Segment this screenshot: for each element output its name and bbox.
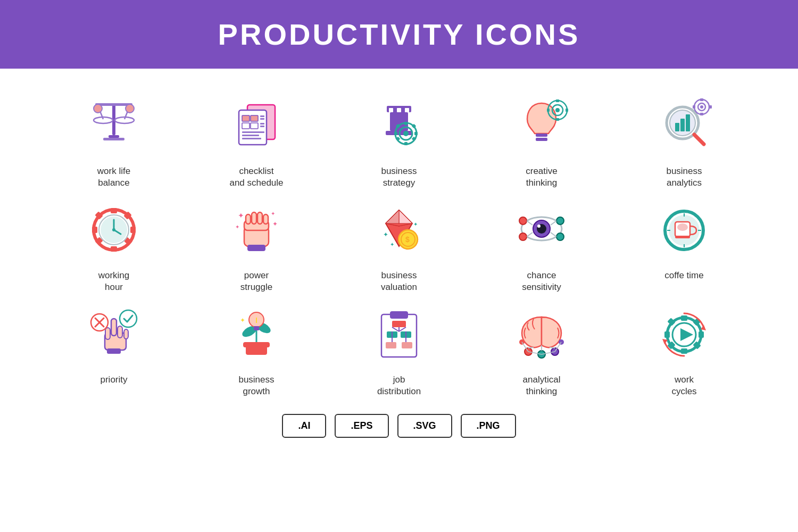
svg-rect-34 (394, 132, 397, 135)
icon-item-business-analytics: businessanalytics (613, 90, 755, 189)
format-svg-button[interactable]: .SVG (397, 414, 452, 438)
icon-item-working-hour: workinghour (43, 194, 185, 293)
svg-rect-134 (254, 326, 259, 328)
svg-rect-46 (556, 118, 559, 121)
icon-item-checklist: checklistand schedule (185, 90, 328, 189)
svg-marker-172 (680, 328, 693, 341)
icon-creative-thinking (507, 90, 576, 159)
label-analytical-thinking: analyticalthinking (523, 374, 561, 397)
svg-line-155 (528, 347, 534, 348)
svg-point-127 (120, 310, 137, 327)
svg-rect-59 (700, 113, 703, 115)
svg-rect-79 (252, 212, 256, 224)
svg-line-108 (551, 232, 556, 237)
icon-business-growth: ✦ (222, 298, 291, 368)
icon-item-business-growth: ✦ businessgrowth (185, 298, 328, 397)
svg-rect-52 (675, 123, 679, 131)
label-job-distribution: jobdistribution (377, 374, 421, 397)
svg-rect-164 (681, 315, 687, 321)
page-header: PRODUCTIVITY ICONS (0, 0, 798, 69)
svg-rect-65 (92, 227, 97, 233)
icon-item-business-valuation: $ ✦ ✦ ✦ businessvaluation (328, 194, 470, 293)
svg-rect-119 (111, 319, 117, 336)
format-eps-button[interactable]: .EPS (335, 414, 388, 438)
svg-rect-146 (386, 342, 396, 348)
icon-checklist (222, 90, 291, 159)
icon-priority (79, 298, 148, 368)
svg-rect-16 (260, 115, 264, 117)
svg-rect-165 (681, 348, 687, 354)
svg-rect-12 (242, 115, 250, 121)
svg-point-75 (112, 228, 115, 231)
icon-power-struggle: ✦ ✦ ✦ ✦ (222, 194, 291, 263)
icon-item-business-strategy: businessstrategy (328, 90, 470, 189)
svg-rect-26 (405, 108, 409, 112)
icon-business-valuation: $ ✦ ✦ ✦ (364, 194, 434, 263)
svg-line-157 (550, 347, 555, 348)
icon-work-life-balance (79, 90, 148, 159)
svg-point-101 (519, 217, 527, 225)
icon-job-distribution (364, 298, 434, 368)
svg-text:✦: ✦ (383, 231, 388, 238)
svg-rect-32 (404, 122, 408, 125)
svg-rect-121 (105, 328, 110, 339)
svg-text:✦: ✦ (235, 224, 239, 230)
svg-rect-19 (260, 126, 264, 127)
svg-rect-63 (111, 208, 117, 213)
label-business-analytics: businessanalytics (666, 165, 702, 189)
svg-text:✦: ✦ (238, 211, 244, 220)
icon-item-work-life-balance: work lifebalance (43, 90, 185, 189)
svg-line-51 (694, 135, 704, 144)
svg-text:✦: ✦ (413, 221, 418, 227)
label-work-cycles: workcycles (671, 374, 696, 397)
svg-point-4 (94, 104, 102, 113)
svg-rect-18 (260, 123, 264, 124)
label-priority: priority (100, 374, 127, 386)
icon-coffe-time (650, 194, 719, 263)
format-png-button[interactable]: .PNG (461, 414, 516, 438)
svg-rect-48 (566, 109, 568, 112)
svg-rect-17 (260, 118, 264, 120)
svg-rect-8 (109, 135, 119, 138)
svg-rect-35 (414, 132, 418, 135)
icon-item-creative-thinking: creativethinking (470, 90, 613, 189)
svg-rect-147 (402, 342, 412, 348)
svg-rect-13 (251, 115, 258, 121)
label-checklist: checklistand schedule (229, 165, 283, 189)
icon-analytical-thinking (507, 298, 576, 368)
svg-point-44 (555, 108, 560, 112)
svg-rect-45 (556, 99, 559, 102)
svg-rect-22 (242, 138, 261, 139)
label-chance-sensitivity: chancesensitivity (522, 270, 561, 293)
svg-rect-167 (699, 331, 704, 338)
svg-rect-123 (107, 348, 121, 354)
svg-rect-166 (664, 331, 670, 338)
svg-point-100 (537, 225, 541, 228)
svg-rect-61 (709, 105, 712, 109)
svg-rect-24 (389, 108, 393, 112)
svg-point-103 (556, 217, 564, 225)
format-ai-button[interactable]: .AI (282, 414, 326, 438)
svg-rect-120 (118, 326, 122, 338)
svg-rect-33 (404, 142, 408, 145)
svg-line-106 (527, 232, 533, 237)
svg-rect-168 (667, 318, 676, 327)
icon-item-chance-sensitivity: chancesensitivity (470, 194, 613, 293)
icon-business-analytics (650, 90, 719, 159)
icon-item-work-cycles: workcycles (613, 298, 755, 397)
svg-line-107 (551, 221, 556, 225)
label-business-strategy: businessstrategy (381, 165, 417, 189)
svg-rect-129 (243, 342, 270, 347)
svg-point-7 (126, 104, 134, 113)
svg-rect-9 (103, 138, 124, 140)
label-creative-thinking: creativethinking (526, 165, 558, 189)
svg-point-31 (403, 131, 409, 136)
icon-item-priority: priority (43, 298, 185, 397)
svg-rect-41 (536, 138, 547, 141)
svg-line-105 (527, 221, 533, 225)
icon-business-strategy (364, 90, 434, 159)
svg-rect-25 (397, 108, 401, 112)
svg-text:✦: ✦ (240, 317, 245, 324)
icon-working-hour (79, 194, 148, 263)
svg-rect-53 (680, 119, 685, 131)
